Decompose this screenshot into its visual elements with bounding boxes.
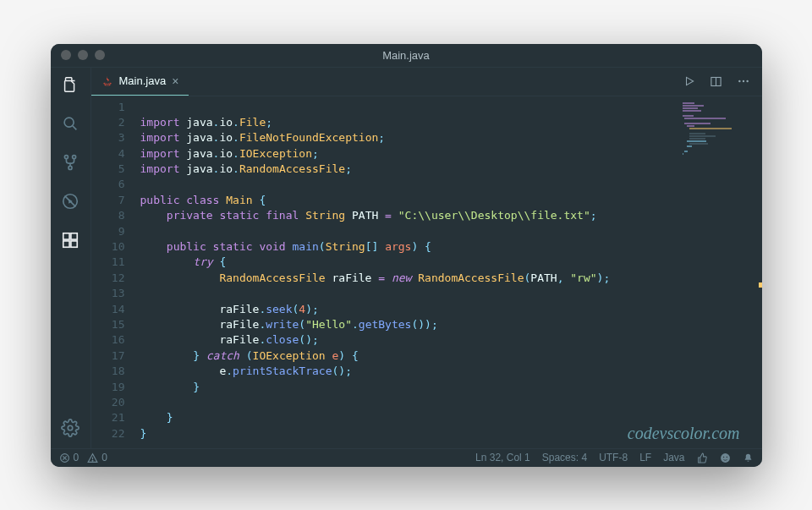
line-number: 18 [91,364,125,379]
status-feedback-icon[interactable] [720,452,731,463]
line-number: 6 [91,177,125,192]
line-number-gutter: 12345678910111213141516171819202122 [91,96,140,448]
line-number: 3 [91,130,125,145]
line-number: 13 [91,286,125,301]
code-line[interactable]: } [140,380,762,395]
line-number: 4 [91,146,125,162]
line-number: 9 [91,224,125,239]
code-line[interactable]: try { [140,255,762,270]
editor-window: Main.java [51,44,762,467]
code-line[interactable]: import java.io.IOException; [140,146,762,162]
code-line[interactable]: import java.io.File; [140,115,762,130]
code-line[interactable]: import java.io.RandomAccessFile; [140,162,762,177]
code-line[interactable] [140,100,762,115]
run-icon[interactable] [683,74,696,88]
code-line[interactable]: private static final String PATH = "C:\\… [140,208,762,223]
activity-bar [51,68,91,448]
status-thumbs-up-icon[interactable] [697,452,708,463]
status-warnings[interactable]: 0 [87,452,107,463]
line-number: 5 [91,162,125,177]
svg-rect-6 [63,233,69,239]
svg-rect-7 [63,240,69,246]
status-encoding[interactable]: UTF-8 [599,452,628,463]
editor-actions [683,68,762,96]
titlebar: Main.java [51,44,762,68]
svg-point-13 [738,80,740,82]
search-icon[interactable] [60,113,80,134]
window-title: Main.java [51,49,762,62]
status-language[interactable]: Java [663,452,684,463]
code-line[interactable]: raFile.close(); [140,332,762,348]
svg-point-14 [742,80,743,82]
tab-label: Main.java [119,74,167,87]
editor[interactable]: 12345678910111213141516171819202122 impo… [91,96,762,448]
code-line[interactable] [140,395,762,410]
status-bar: 0 0 Ln 32, Col 1 Spaces: 4 UTF-8 LF Java [51,448,762,467]
status-indent[interactable]: Spaces: 4 [542,452,587,463]
explorer-icon[interactable] [60,74,80,95]
code-line[interactable]: e.printStackTrace(); [140,364,762,379]
code-line[interactable] [140,286,762,301]
code-line[interactable]: RandomAccessFile raFile = new RandomAcce… [140,271,762,286]
java-file-icon [102,75,113,87]
code-line[interactable]: } [140,426,762,441]
line-number: 16 [91,332,125,348]
status-eol[interactable]: LF [639,452,651,463]
svg-point-0 [64,118,74,127]
code-line[interactable]: } [140,410,762,425]
svg-point-10 [68,425,73,430]
status-line-col[interactable]: Ln 32, Col 1 [475,452,530,463]
svg-point-2 [64,155,68,158]
svg-point-21 [721,453,730,463]
source-control-icon[interactable] [60,152,80,173]
split-editor-icon[interactable] [710,74,723,88]
status-bell-icon[interactable] [743,452,754,463]
code-line[interactable]: } catch (IOException e) { [140,348,762,364]
close-window-button[interactable] [61,50,71,60]
svg-line-1 [73,125,77,129]
code-line[interactable]: import java.io.FileNotFoundException; [140,130,762,145]
code-line[interactable]: raFile.seek(4); [140,302,762,317]
minimize-window-button[interactable] [78,50,88,60]
line-number: 2 [91,115,125,130]
line-number: 14 [91,302,125,317]
line-number: 22 [91,426,125,441]
code-line[interactable] [140,224,762,239]
error-count: 0 [74,452,80,463]
line-number: 19 [91,380,125,395]
more-actions-icon[interactable] [737,74,750,88]
code-line[interactable]: public class Main { [140,193,762,208]
svg-point-15 [746,80,748,82]
settings-gear-icon[interactable] [60,418,80,438]
tab-close-icon[interactable]: × [172,74,178,88]
svg-point-4 [69,166,72,169]
zoom-window-button[interactable] [95,50,105,60]
line-number: 10 [91,239,125,255]
line-number: 7 [91,193,125,208]
line-number: 20 [91,395,125,410]
code-line[interactable]: raFile.write("Hello".getBytes()); [140,317,762,332]
extensions-icon[interactable] [60,230,80,250]
line-number: 17 [91,348,125,364]
code-area[interactable]: import java.io.File;import java.io.FileN… [140,96,762,448]
scroll-marker [759,282,762,288]
code-line[interactable] [140,177,762,192]
line-number: 21 [91,410,125,425]
line-number: 1 [91,100,125,115]
tab-bar: Main.java × [91,68,762,96]
warning-count: 0 [102,452,107,463]
code-line[interactable]: public static void main(String[] args) { [140,239,762,255]
status-errors[interactable]: 0 [59,452,80,463]
svg-point-3 [73,155,76,158]
tab-main-java[interactable]: Main.java × [91,68,189,96]
svg-point-20 [92,460,93,461]
svg-point-22 [722,456,723,457]
line-number: 12 [91,271,125,286]
line-number: 15 [91,317,125,332]
line-number: 11 [91,255,125,270]
line-number: 8 [91,208,125,223]
window-body: Main.java × 12345678910111213141516 [51,68,762,448]
debug-icon[interactable] [60,191,80,211]
traffic-lights [51,50,105,60]
svg-rect-9 [71,233,77,239]
